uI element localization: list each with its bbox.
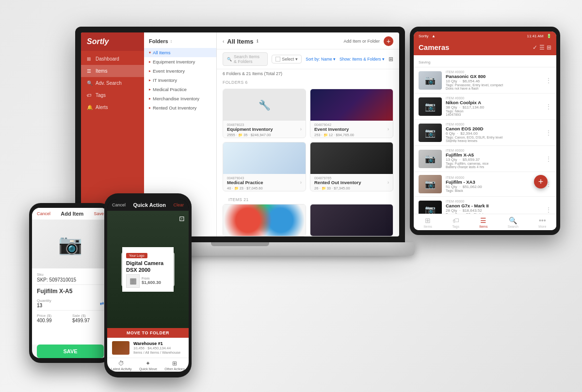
- info-icon: ℹ: [257, 39, 258, 44]
- scene: Sortly ⊞ Dashboard ☰ Items 🔍 Adv. Searc: [0, 0, 582, 392]
- grid-toggle[interactable]: ⊞: [388, 56, 393, 63]
- grid-card-event[interactable]: 004879042 Event Inventory › 253 · 📁 12 ·…: [310, 89, 393, 138]
- qa-bottom-nav: ⏱ Latest Activity ✦ Quick Move ⊞ Other A…: [107, 358, 189, 372]
- medical-card-name: Medical Practice ›: [227, 180, 302, 185]
- camera-item-panasonic[interactable]: 📷 ITEM #0000 Panasonic GX 800 10 Qty · $…: [414, 67, 556, 94]
- medical-card-id: 004879043: [227, 176, 302, 180]
- more-icon-nikon[interactable]: ⋮: [546, 103, 551, 110]
- grid-card-dark[interactable]: [310, 204, 393, 236]
- show-options: Show: Items & Folders ▾: [340, 57, 385, 62]
- rented-card-id: 004879765: [314, 176, 389, 180]
- rented-card-name: Rented Out Inventory ›: [314, 180, 389, 185]
- tablet-screen: Sortly ▲ 11:41 AM 🔋 Cameras ✓ ☰ ⊞ Saving: [414, 31, 556, 230]
- grid-card-colorful[interactable]: [223, 204, 306, 236]
- more-icon-canon-g7x[interactable]: ⋮: [546, 206, 551, 213]
- canon-g7x-image: 📷: [419, 201, 442, 214]
- qa-cancel-button[interactable]: Cancel: [112, 203, 126, 207]
- sort-icon: ↕: [170, 39, 173, 44]
- medical-card-meta: 40 · 📁 23 · $7,045.60: [227, 186, 302, 190]
- sku-value: SKP: 5097310015: [37, 277, 104, 285]
- folder-rented[interactable]: Rented Out Inventory: [144, 103, 216, 112]
- event-card-body: 004879042 Event Inventory › 253 · 📁 12 ·…: [310, 121, 393, 138]
- move-to-folder-button[interactable]: MOVE TO FOLDER: [107, 328, 189, 338]
- folder-equipment[interactable]: Equipment Inventory: [144, 57, 216, 66]
- colorful-visual: [223, 204, 306, 236]
- add-item-title: Add Item: [61, 211, 83, 217]
- camera-item-fujifilm-xa5[interactable]: 📷 ITEM #0000 Fujifilm X-A5 13 Qty · $5,6…: [414, 146, 556, 172]
- quantity-row: Quantity 13 ⇄: [37, 298, 104, 311]
- panasonic-image: 📷: [419, 71, 442, 90]
- header-right: Add Item or Folder +: [343, 36, 393, 46]
- canon-eos-info: ITEM #0000 Canon EOS 200D 6 Qty · $2,394…: [446, 123, 542, 142]
- content-info: 6 Folders & 21 Items (Total 27): [217, 69, 399, 78]
- folder-medical[interactable]: Medical Practice: [144, 85, 216, 94]
- sidebar-item-adv-search[interactable]: 🔍 Adv. Search: [81, 77, 144, 89]
- phone-center-screen: Cancel Quick Action Clear Your Logo Digi…: [107, 199, 189, 372]
- folder-merchandise[interactable]: Merchandise Inventory: [144, 94, 216, 103]
- qa-nav-other[interactable]: ⊞ Other Actions: [164, 360, 185, 371]
- folders-header: Folders ↕: [144, 36, 216, 48]
- tablet-nav-items[interactable]: ⊞ Items: [424, 217, 432, 228]
- qa-clear-button[interactable]: Clear: [173, 203, 184, 207]
- select-button[interactable]: Select ▾: [272, 55, 302, 63]
- grid-card-medical[interactable]: 004879043 Medical Practice › 40 · 📁 23 ·…: [223, 142, 306, 191]
- quick-move-icon: ✦: [146, 360, 150, 367]
- medical-chevron-icon: ›: [300, 180, 302, 185]
- fab-button[interactable]: +: [534, 175, 548, 188]
- tablet-nav-tags[interactable]: 🏷 Tags: [452, 217, 459, 228]
- phone-left-screen: Cancel Add Item Save 📷 Sku SKP: 50973100…: [32, 208, 109, 358]
- quantity-icons[interactable]: ⇄: [100, 301, 104, 306]
- tablet-battery: 11:41 AM 🔋: [527, 34, 551, 38]
- folder-event[interactable]: Event Inventory: [144, 66, 216, 76]
- folder-qty: 10,456 · $4,450,134.44: [133, 346, 184, 350]
- item-name: Fujifilm X-A5: [37, 288, 104, 297]
- add-item-header: Cancel Add Item Save: [32, 208, 109, 220]
- panasonic-info: ITEM #0000 Panasonic GX 800 10 Qty · $6,…: [446, 70, 542, 90]
- qa-folder-item[interactable]: Warehouse #1 10,456 · $4,450,134.44 Item…: [107, 338, 189, 358]
- quantity-label: Quantity 13: [37, 298, 51, 308]
- qa-nav-latest[interactable]: ⏱ Latest Activity: [111, 360, 132, 371]
- fujifilm-xa5-image: 📷: [419, 150, 442, 168]
- tablet-title: Cameras: [419, 43, 449, 51]
- equipment-card-image: 🔧: [223, 89, 306, 121]
- folder-thumbnail: [112, 341, 129, 355]
- canon-eos-image: 📷: [419, 124, 442, 142]
- qa-nav-quick-move[interactable]: ✦ Quick Move: [139, 360, 157, 371]
- checkmark-icon: ✓: [533, 44, 537, 51]
- folder-it[interactable]: IT Inventory: [144, 76, 216, 85]
- nikon-image: 📷: [419, 97, 442, 116]
- sidebar-item-tags[interactable]: 🏷 Tags: [81, 89, 144, 101]
- folder-info: Warehouse #1 10,456 · $4,450,134.44 Item…: [133, 341, 184, 355]
- tablet-nav-more[interactable]: ••• More: [538, 217, 546, 228]
- equipment-card-meta: 2555 · 📁 35 · $246,947.00: [227, 133, 302, 137]
- more-icon-panasonic[interactable]: ⋮: [546, 77, 551, 84]
- grid-card-rented[interactable]: 004879765 Rented Out Inventory › 26 · 📁 …: [310, 142, 393, 191]
- folder-all-items[interactable]: All Items: [144, 48, 216, 57]
- sidebar-item-alerts[interactable]: 🔔 Alerts: [81, 101, 144, 113]
- qa-card-name: Digital Camera DSX 2000: [126, 260, 170, 273]
- cancel-button[interactable]: Cancel: [37, 211, 50, 216]
- search-box[interactable]: Search Items & Folders: [223, 52, 268, 66]
- sidebar-item-items[interactable]: ☰ Items: [81, 65, 144, 77]
- save-header-button[interactable]: Save: [94, 211, 104, 216]
- nav-search-icon: 🔍: [509, 217, 517, 224]
- more-icon-canon-eos[interactable]: ⋮: [546, 129, 551, 136]
- grid-card-equipment[interactable]: 🔧 004879023 Equipment Inventory ›: [223, 89, 306, 138]
- tablet-nav-search[interactable]: 🔍 Search: [508, 217, 518, 228]
- camera-item-canon-g7x[interactable]: 📷 ITEM #0000 Canon G7x - Mark II 28 Qty …: [414, 197, 556, 214]
- sku-label: Sku: [37, 272, 104, 277]
- equipment-card-id: 004879023: [227, 123, 302, 126]
- camera-item-nikon[interactable]: 📷 ITEM #0000 Nikon Coolpix A 38 Qty · $1…: [414, 94, 556, 120]
- phone-left: Cancel Add Item Save 📷 Sku SKP: 50973100…: [29, 203, 112, 363]
- nav-items-icon: ⊞: [425, 217, 431, 224]
- rented-card-meta: 26 · 📁 33 · $7,345.00: [314, 186, 389, 190]
- save-button[interactable]: SAVE: [37, 345, 104, 358]
- event-visual: [310, 89, 393, 121]
- folders-section-label: FOLDERS 6: [217, 78, 399, 86]
- tablet-nav-items-active[interactable]: ☰ Items: [479, 217, 487, 228]
- more-icon-fujifilm-xa5[interactable]: ⋮: [546, 156, 551, 162]
- add-item-button[interactable]: +: [384, 36, 393, 46]
- sidebar-item-dashboard[interactable]: ⊞ Dashboard: [81, 53, 144, 65]
- grid-view: 🔧 004879023 Equipment Inventory ›: [217, 86, 399, 194]
- camera-item-canon-eos[interactable]: 📷 ITEM #0000 Canon EOS 200D 6 Qty · $2,3…: [414, 120, 556, 146]
